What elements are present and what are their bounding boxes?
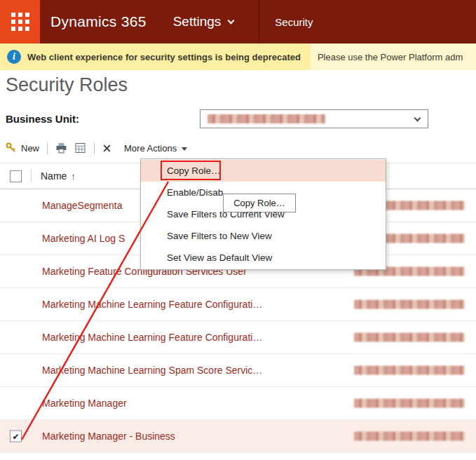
business-unit-label: Business Unit: [6, 113, 79, 125]
new-role-button[interactable]: New [6, 142, 39, 154]
close-icon [102, 144, 111, 153]
sort-ascending-icon: ↑ [71, 171, 76, 182]
delete-button[interactable] [102, 144, 111, 153]
redacted-value [354, 366, 465, 375]
security-roles-page: Dynamics 365 Settings Security i Web cli… [0, 0, 476, 460]
toolbar: New More Actions [0, 137, 476, 158]
chevron-down-icon [228, 17, 235, 24]
printer-icon [55, 142, 67, 154]
role-name-link[interactable]: Marketing AI Log S [42, 233, 125, 244]
toolbar-separator [47, 142, 48, 154]
role-name-link[interactable]: Marketing Machine Learning Feature Confi… [42, 332, 262, 343]
row-checkbox-checked[interactable]: ✔ [10, 431, 22, 442]
nav-area-label: Settings [173, 14, 222, 29]
table-row[interactable]: Marketing Manager [0, 387, 476, 420]
redacted-business-unit-value [208, 114, 325, 123]
role-name-link[interactable]: Marketing Machine Learning Feature Confi… [42, 299, 262, 310]
deprecation-banner-left: i Web client experience for security set… [0, 43, 311, 70]
breadcrumb-security[interactable]: Security [275, 16, 313, 28]
role-name-link[interactable]: Marketing Manager [42, 398, 127, 409]
redacted-value [354, 432, 465, 441]
nav-divider [259, 0, 259, 43]
page-title: Security Roles [6, 74, 128, 96]
more-actions-menu: Copy Role… Enable/Disab Save Filters to … [140, 158, 386, 270]
redacted-value [354, 333, 465, 342]
deprecation-banner: i Web client experience for security set… [0, 43, 476, 70]
caret-down-icon [182, 147, 187, 151]
role-name-link[interactable]: ManageSegmenta [42, 200, 122, 211]
name-column-header[interactable]: Name [41, 170, 67, 182]
app-title[interactable]: Dynamics 365 [50, 13, 147, 30]
select-all-checkbox[interactable] [10, 170, 22, 182]
export-button[interactable] [74, 142, 86, 154]
menu-item-copy-role[interactable]: Copy Role… [141, 160, 386, 182]
top-nav-bar: Dynamics 365 Settings Security [0, 0, 476, 43]
waffle-icon [11, 13, 29, 31]
new-role-label: New [21, 143, 39, 154]
menu-item-save-filters-new[interactable]: Save Filters to New View [141, 225, 386, 247]
table-row[interactable]: Marketing Machine Learning Feature Confi… [0, 321, 476, 354]
table-row[interactable]: Marketing Machine Learning Spam Score Se… [0, 354, 476, 387]
nav-area-settings[interactable]: Settings [173, 14, 234, 29]
deprecation-message-more: Please use the Power Platform adm [311, 43, 476, 70]
role-name-link[interactable]: Marketing Machine Learning Spam Score Se… [42, 365, 262, 376]
deprecation-message: Web client experience for security setti… [27, 52, 301, 62]
more-actions-label: More Actions [124, 143, 177, 154]
role-name-link[interactable]: Marketing Manager - Business [42, 431, 175, 442]
more-actions-button[interactable]: More Actions [124, 143, 187, 154]
key-icon [6, 142, 17, 154]
app-launcher-button[interactable] [0, 0, 40, 43]
chevron-down-icon [414, 115, 421, 122]
redacted-value [354, 399, 465, 408]
column-separator [31, 170, 32, 182]
table-row[interactable]: Marketing Machine Learning Feature Confi… [0, 288, 476, 321]
info-icon: i [7, 50, 21, 64]
menu-item-set-default-view[interactable]: Set View as Default View [141, 247, 386, 269]
copy-role-tooltip: Copy Role… [223, 194, 296, 212]
toolbar-separator [94, 142, 95, 154]
business-unit-select[interactable] [200, 109, 428, 128]
redacted-value [354, 300, 465, 309]
table-row-selected[interactable]: ✔ Marketing Manager - Business [0, 420, 476, 453]
print-button[interactable] [55, 142, 67, 154]
spreadsheet-icon [74, 142, 86, 154]
